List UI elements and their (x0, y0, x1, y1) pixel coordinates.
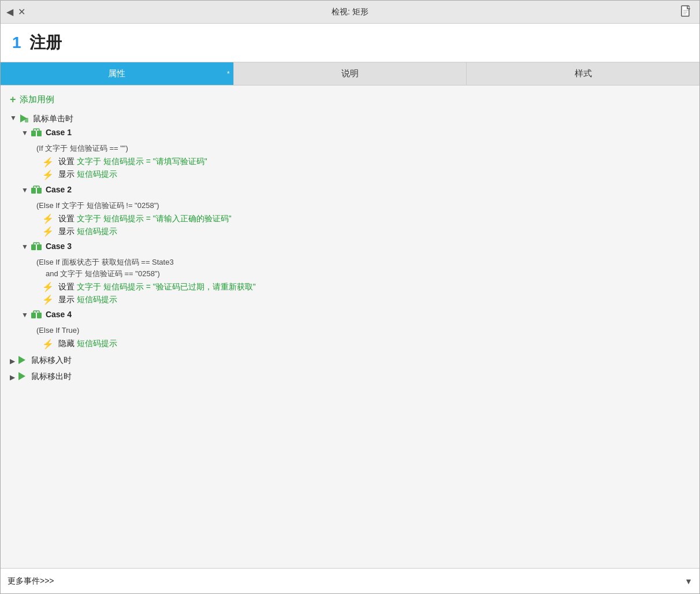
case-4-block: ▼ Case 4 (21, 310, 690, 350)
case-4-icon (31, 310, 42, 322)
event-mouse-leave: ▶ 鼠标移出时 (10, 370, 690, 383)
event-label-leave: 鼠标移出时 (31, 370, 72, 383)
svg-rect-5 (25, 118, 28, 122)
case-3-condition: (Else If 面板状态于 获取短信码 == State3 and 文字于 短… (36, 257, 690, 279)
case-1-toggle[interactable]: ▼ (21, 129, 28, 137)
action-text-2: 显示 短信码提示 (58, 169, 117, 180)
case-1-header: ▼ Case 1 (21, 128, 690, 140)
mouse-leave-icon (17, 371, 28, 383)
case-4-label: Case 4 (46, 310, 72, 319)
case-2-label: Case 2 (46, 185, 72, 194)
header-section: 1 注册 (1, 24, 699, 62)
case-1-label: Case 1 (46, 128, 72, 137)
event-toggle-leave[interactable]: ▶ (10, 373, 15, 381)
case-3-label: Case 3 (46, 242, 72, 251)
bottom-bar: 更多事件>>> ▼ (1, 568, 699, 593)
svg-rect-25 (37, 313, 42, 318)
case-4-header: ▼ Case 4 (21, 310, 690, 322)
svg-rect-6 (31, 131, 36, 136)
window-controls: ◀ ✕ (6, 6, 25, 17)
lightning-icon-1: ⚡ (42, 157, 54, 168)
tab-style[interactable]: 样式 (467, 62, 699, 85)
back-button[interactable]: ◀ (6, 6, 13, 17)
add-usecase-row: + 添加用例 (10, 94, 690, 106)
lightning-icon-6: ⚡ (42, 294, 54, 305)
action-text-7: 隐藏 短信码提示 (58, 339, 117, 349)
doc-icon[interactable] (681, 5, 691, 18)
case-4-toggle[interactable]: ▼ (21, 311, 28, 319)
window-title: 检视: 矩形 (332, 7, 368, 17)
case-2-icon (31, 185, 42, 198)
dropdown-arrow-icon[interactable]: ▼ (684, 577, 692, 586)
case-1-action-2: ⚡ 显示 短信码提示 (42, 169, 690, 180)
add-icon: + (10, 94, 16, 106)
lightning-icon-2: ⚡ (42, 169, 54, 180)
case-2-action-1: ⚡ 设置 文字于 短信码提示 = "请输入正确的验证码" (42, 213, 690, 224)
svg-rect-18 (31, 244, 36, 250)
main-window: ◀ ✕ 检视: 矩形 1 注册 属性 * 说明 样式 (0, 0, 700, 594)
action-text-6: 显示 短信码提示 (58, 295, 117, 305)
event-mouse-click-header: ▼ 鼠标单击时 (10, 113, 690, 125)
close-button[interactable]: ✕ (18, 6, 25, 17)
mouse-icon (19, 113, 29, 125)
action-text-4: 显示 短信码提示 (58, 227, 117, 237)
case-3-block: ▼ Case 3 (21, 242, 690, 305)
action-text-1: 设置 文字于 短信码提示 = "请填写验证码" (58, 157, 207, 167)
event-toggle-click[interactable]: ▼ (10, 114, 17, 122)
tab-asterisk: * (227, 70, 230, 78)
case-3-icon (31, 242, 42, 254)
case-3-toggle[interactable]: ▼ (21, 243, 28, 251)
svg-rect-19 (37, 244, 42, 250)
case-2-action-2: ⚡ 显示 短信码提示 (42, 226, 690, 237)
case-3-header: ▼ Case 3 (21, 242, 690, 254)
case-2-block: ▼ Case 2 (21, 185, 690, 237)
lightning-icon-3: ⚡ (42, 213, 54, 224)
header-title: 注册 (29, 32, 62, 54)
case-3-action-1: ⚡ 设置 文字于 短信码提示 = "验证码已过期，请重新获取" (42, 281, 690, 292)
svg-rect-13 (37, 188, 42, 194)
tab-properties[interactable]: 属性 * (1, 62, 234, 85)
case-1-block: ▼ Case 1 (21, 128, 690, 180)
action-text-3: 设置 文字于 短信码提示 = "请输入正确的验证码" (58, 214, 232, 224)
svg-marker-30 (18, 356, 25, 364)
svg-rect-24 (31, 313, 36, 318)
lightning-icon-7: ⚡ (42, 339, 54, 350)
case-2-header: ▼ Case 2 (21, 185, 690, 198)
event-mouse-enter: ▶ 鼠标移入时 (10, 354, 690, 367)
svg-rect-12 (31, 188, 36, 194)
case-2-condition: (Else If 文字于 短信验证码 != "0258") (36, 200, 690, 211)
event-toggle-enter[interactable]: ▶ (10, 357, 15, 365)
event-label-click: 鼠标单击时 (33, 113, 73, 125)
case-3-action-2: ⚡ 显示 短信码提示 (42, 294, 690, 305)
svg-marker-31 (18, 372, 25, 380)
tabs-bar: 属性 * 说明 样式 (1, 62, 699, 86)
tab-description[interactable]: 说明 (234, 62, 467, 85)
event-mouse-click: ▼ 鼠标单击时 ▼ (10, 113, 690, 350)
case-1-condition: (If 文字于 短信验证码 == "") (36, 143, 690, 154)
scroll-area[interactable]: + 添加用例 ▼ 鼠标单击时 (1, 86, 699, 568)
case-1-action-1: ⚡ 设置 文字于 短信码提示 = "请填写验证码" (42, 157, 690, 168)
add-usecase-link[interactable]: 添加用例 (20, 94, 54, 105)
content-area: + 添加用例 ▼ 鼠标单击时 (1, 86, 699, 593)
case-4-action-1: ⚡ 隐藏 短信码提示 (42, 339, 690, 350)
event-label-enter: 鼠标移入时 (31, 354, 72, 366)
header-number: 1 (12, 34, 21, 52)
mouse-enter-icon (17, 355, 28, 367)
action-text-5: 设置 文字于 短信码提示 = "验证码已过期，请重新获取" (58, 282, 256, 292)
case-1-icon (31, 128, 42, 140)
svg-rect-7 (37, 131, 42, 136)
lightning-icon-4: ⚡ (42, 226, 54, 237)
case-2-toggle[interactable]: ▼ (21, 186, 28, 194)
more-events-label[interactable]: 更多事件>>> (8, 576, 684, 586)
case-4-condition: (Else If True) (36, 325, 690, 336)
title-bar: ◀ ✕ 检视: 矩形 (1, 1, 699, 24)
lightning-icon-5: ⚡ (42, 281, 54, 292)
